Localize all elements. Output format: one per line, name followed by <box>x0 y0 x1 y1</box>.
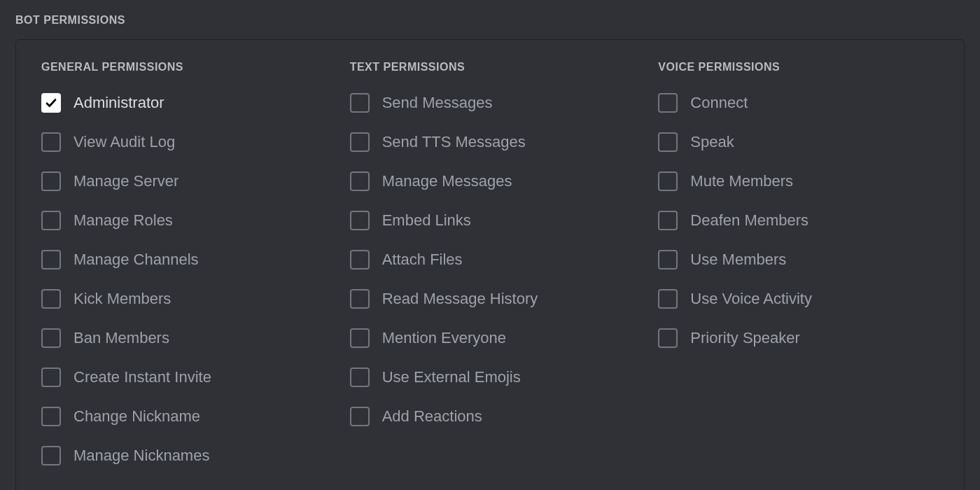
perm-row-use-members[interactable]: Use Members <box>658 250 939 270</box>
perm-row-ban-members[interactable]: Ban Members <box>41 328 322 348</box>
perm-row-view-audit-log[interactable]: View Audit Log <box>41 132 322 152</box>
perm-row-mention-everyone[interactable]: Mention Everyone <box>350 328 631 348</box>
checkbox-manage-server[interactable] <box>41 172 61 191</box>
checkbox-send-messages[interactable] <box>350 93 370 113</box>
perm-label-mute-members: Mute Members <box>690 172 793 190</box>
checkbox-manage-roles[interactable] <box>41 211 61 230</box>
checkbox-kick-members[interactable] <box>41 289 61 309</box>
section-title: BOT PERMISSIONS <box>15 14 965 27</box>
perm-row-administrator[interactable]: Administrator <box>41 93 322 113</box>
checkbox-send-tts-messages[interactable] <box>350 132 370 152</box>
perm-label-priority-speaker: Priority Speaker <box>690 329 800 347</box>
perm-row-use-voice-activity[interactable]: Use Voice Activity <box>658 289 939 309</box>
perm-row-manage-nicknames[interactable]: Manage Nicknames <box>41 446 322 465</box>
perm-label-embed-links: Embed Links <box>382 211 471 230</box>
perm-label-ban-members: Ban Members <box>74 329 169 347</box>
column-title-voice: VOICE PERMISSIONS <box>658 61 939 74</box>
checkbox-add-reactions[interactable] <box>350 407 370 426</box>
perm-label-manage-server: Manage Server <box>74 172 178 190</box>
checkbox-deafen-members[interactable] <box>658 211 678 230</box>
perm-label-manage-nicknames: Manage Nicknames <box>74 447 209 465</box>
perm-label-manage-channels: Manage Channels <box>74 251 199 269</box>
perm-label-create-instant-invite: Create Instant Invite <box>74 368 211 386</box>
checkbox-manage-messages[interactable] <box>350 172 370 191</box>
perm-row-deafen-members[interactable]: Deafen Members <box>658 211 939 230</box>
perm-label-attach-files: Attach Files <box>382 251 463 269</box>
perm-row-send-tts-messages[interactable]: Send TTS Messages <box>350 132 631 152</box>
checkbox-attach-files[interactable] <box>350 250 370 270</box>
perm-label-change-nickname: Change Nickname <box>74 407 200 426</box>
perm-label-mention-everyone: Mention Everyone <box>382 329 506 347</box>
checkbox-change-nickname[interactable] <box>41 407 61 426</box>
checkbox-embed-links[interactable] <box>350 211 370 230</box>
perm-row-read-message-history[interactable]: Read Message History <box>350 289 631 309</box>
checkbox-manage-nicknames[interactable] <box>41 446 61 465</box>
perm-label-add-reactions: Add Reactions <box>382 407 482 426</box>
perm-label-use-external-emojis: Use External Emojis <box>382 368 521 386</box>
checkbox-use-external-emojis[interactable] <box>350 368 370 387</box>
perm-label-administrator: Administrator <box>74 94 164 112</box>
column-title-general: GENERAL PERMISSIONS <box>41 61 322 74</box>
permissions-panel: GENERAL PERMISSIONS AdministratorView Au… <box>15 39 965 490</box>
checkbox-read-message-history[interactable] <box>350 289 370 309</box>
checkbox-speak[interactable] <box>658 132 678 152</box>
text-permissions-column: TEXT PERMISSIONS Send MessagesSend TTS M… <box>350 61 631 485</box>
perm-label-read-message-history: Read Message History <box>382 290 538 308</box>
perm-row-manage-channels[interactable]: Manage Channels <box>41 250 322 270</box>
perm-row-speak[interactable]: Speak <box>658 132 939 152</box>
checkbox-administrator[interactable] <box>41 93 61 113</box>
perm-label-connect: Connect <box>690 94 748 112</box>
perm-row-priority-speaker[interactable]: Priority Speaker <box>658 328 939 348</box>
column-title-text: TEXT PERMISSIONS <box>350 61 631 74</box>
perm-label-use-members: Use Members <box>690 251 786 269</box>
perm-row-kick-members[interactable]: Kick Members <box>41 289 322 309</box>
perm-row-manage-server[interactable]: Manage Server <box>41 172 322 191</box>
checkbox-create-instant-invite[interactable] <box>41 368 61 387</box>
perm-row-manage-roles[interactable]: Manage Roles <box>41 211 322 230</box>
checkbox-view-audit-log[interactable] <box>41 132 61 152</box>
perm-row-use-external-emojis[interactable]: Use External Emojis <box>350 368 631 387</box>
perm-label-use-voice-activity: Use Voice Activity <box>690 290 812 308</box>
perm-label-speak: Speak <box>690 133 734 151</box>
perm-label-manage-messages: Manage Messages <box>382 172 512 190</box>
checkbox-mute-members[interactable] <box>658 172 678 191</box>
checkbox-connect[interactable] <box>658 93 678 113</box>
checkbox-mention-everyone[interactable] <box>350 328 370 348</box>
general-permissions-column: GENERAL PERMISSIONS AdministratorView Au… <box>41 61 322 485</box>
voice-permissions-column: VOICE PERMISSIONS ConnectSpeakMute Membe… <box>658 61 939 485</box>
checkbox-ban-members[interactable] <box>41 328 61 348</box>
perm-row-attach-files[interactable]: Attach Files <box>350 250 631 270</box>
perm-row-embed-links[interactable]: Embed Links <box>350 211 631 230</box>
perm-label-send-messages: Send Messages <box>382 94 493 112</box>
checkbox-use-voice-activity[interactable] <box>658 289 678 309</box>
perm-label-manage-roles: Manage Roles <box>74 211 173 230</box>
checkbox-manage-channels[interactable] <box>41 250 61 270</box>
perm-row-connect[interactable]: Connect <box>658 93 939 113</box>
perm-label-view-audit-log: View Audit Log <box>74 133 175 151</box>
perm-row-manage-messages[interactable]: Manage Messages <box>350 172 631 191</box>
perm-row-mute-members[interactable]: Mute Members <box>658 172 939 191</box>
perm-label-kick-members: Kick Members <box>74 290 171 308</box>
perm-label-deafen-members: Deafen Members <box>690 211 808 230</box>
perm-label-send-tts-messages: Send TTS Messages <box>382 133 526 151</box>
perm-row-change-nickname[interactable]: Change Nickname <box>41 407 322 426</box>
perm-row-create-instant-invite[interactable]: Create Instant Invite <box>41 368 322 387</box>
perm-row-add-reactions[interactable]: Add Reactions <box>350 407 631 426</box>
checkbox-use-members[interactable] <box>658 250 678 270</box>
checkbox-priority-speaker[interactable] <box>658 328 678 348</box>
perm-row-send-messages[interactable]: Send Messages <box>350 93 631 113</box>
